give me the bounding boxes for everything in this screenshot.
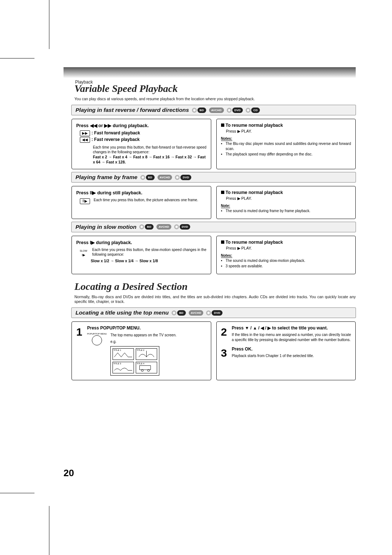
disc-icon bbox=[227, 108, 232, 113]
section-intro: Normally, Blu-ray discs and DVDs are div… bbox=[74, 295, 356, 304]
step-heading: Press POPUP/TOP MENU. bbox=[87, 325, 141, 331]
instruction-box-left: Press II▶ during still playback. II▶ Eac… bbox=[72, 186, 211, 219]
title-tile: TITLE 2 bbox=[136, 348, 157, 360]
page-number: 20 bbox=[64, 467, 74, 479]
instruction-box-left: Press ◀◀ or ▶▶ during playback. ▶▶: Fast… bbox=[72, 119, 211, 169]
note-item: The sound is muted during frame by frame… bbox=[226, 208, 351, 214]
crop-mark bbox=[0, 493, 34, 493]
instruction-box-right: To resume normal playback Press ▶ PLAY. … bbox=[216, 236, 356, 274]
instruction-box-left: Press I▶ during playback. SLOW I▶ Each t… bbox=[72, 236, 211, 274]
disc-icon bbox=[140, 175, 145, 180]
subsection-title: Playing frame by frame bbox=[75, 174, 138, 181]
title-grid-example: TITLE 1 TITLE 2 TITLE 3 TITLE 4 bbox=[110, 346, 159, 376]
instruction-box-right: To resume normal playback Press ▶ PLAY. … bbox=[216, 186, 356, 219]
badge-cd: CD bbox=[251, 108, 260, 113]
speed-sequence: Fast x 2 → Fast x 4 → Fast x 8 → Fast x … bbox=[93, 154, 207, 165]
resume-heading: To resume normal playback bbox=[226, 123, 283, 128]
subsection-title: Locating a title using the top menu bbox=[75, 309, 169, 316]
notes-heading: Notes: bbox=[221, 254, 232, 258]
resume-heading: To resume normal playback bbox=[226, 190, 283, 195]
popup-button-diagram: POPUP/TOP MENU bbox=[87, 333, 107, 376]
crop-mark bbox=[49, 0, 49, 49]
note-item: The playback speed may differ depending … bbox=[226, 152, 351, 157]
badge-dvd: DVD bbox=[232, 108, 243, 113]
fr-label: : Fast reverse playback bbox=[91, 137, 140, 142]
step-box-right: 2 Press ▼ / ▲ / ◀ / ▶ to select the titl… bbox=[216, 321, 356, 380]
press-heading: Press II▶ during still playback. bbox=[76, 190, 207, 195]
badge-bd: BD bbox=[197, 108, 206, 113]
step-desc: The top menu appears on the TV screen. bbox=[110, 333, 206, 338]
subsection-bar-topmenu: Locating a title using the top menu BD A… bbox=[72, 308, 356, 318]
section-title-locating: Locating a Desired Section bbox=[64, 281, 356, 292]
disc-icon bbox=[246, 108, 250, 113]
press-heading: Press ◀◀ or ▶▶ during playback. bbox=[76, 123, 207, 128]
resume-body: Press ▶ PLAY. bbox=[226, 246, 351, 251]
title-tile: TITLE 1 bbox=[113, 348, 134, 360]
fast-forward-icon: ▶▶ bbox=[80, 130, 90, 136]
badge-bd: BD bbox=[177, 310, 186, 316]
subsection-bar-frame: Playing frame by frame BD AVCHD DVD bbox=[72, 172, 356, 182]
step-number: 1 bbox=[76, 325, 84, 376]
ff-label: : Fast forward playback bbox=[91, 130, 140, 135]
step-number: 3 bbox=[221, 347, 229, 358]
bullet-square-icon bbox=[221, 240, 224, 244]
step-desc: Playback starts from Chapter 1 of the se… bbox=[232, 353, 351, 358]
resume-heading: To resume normal playback bbox=[226, 240, 283, 245]
notes-heading: Note: bbox=[221, 204, 230, 208]
section-intro: You can play discs at various speeds, an… bbox=[74, 97, 356, 101]
subsection-title: Playing in fast reverse / forward direct… bbox=[75, 107, 189, 113]
badge-avchd: AVCHD bbox=[189, 310, 204, 316]
svg-rect-1 bbox=[140, 366, 151, 370]
title-tile: TITLE 4 bbox=[136, 362, 157, 373]
slow-sequence: Slow x 1/2 → Slow x 1/4 → Slow x 1/8 bbox=[91, 259, 207, 263]
press-heading: Press I▶ during playback. bbox=[76, 240, 207, 245]
badge-avchd: AVCHD bbox=[158, 175, 172, 180]
note-item: The Blu-ray disc player mutes sound and … bbox=[226, 141, 351, 151]
note-item: The sound is muted during slow-motion pl… bbox=[226, 258, 351, 263]
badge-avchd: AVCHD bbox=[209, 108, 224, 113]
disc-icon bbox=[139, 224, 144, 229]
step-desc: If the titles in the top menu are assign… bbox=[232, 332, 351, 342]
instruction-box-right: To resume normal playback Press ▶ PLAY. … bbox=[216, 119, 356, 169]
resume-body: Press ▶ PLAY. bbox=[226, 129, 351, 134]
step-box-left: 1 Press POPUP/TOP MENU. POPUP/TOP MENU T… bbox=[72, 321, 211, 380]
frame-desc: Each time you press this button, the pic… bbox=[94, 198, 198, 203]
disc-icon bbox=[174, 224, 179, 229]
section-tab-band: Playback bbox=[64, 67, 356, 78]
note-item: 3 speeds are available. bbox=[226, 264, 351, 269]
bullet-square-icon bbox=[221, 123, 224, 127]
resume-body: Press ▶ PLAY. bbox=[226, 196, 351, 201]
crop-mark bbox=[49, 506, 49, 555]
title-tile: TITLE 3 bbox=[113, 362, 134, 373]
manual-page: Playback Variable Speed Playback You can… bbox=[0, 0, 392, 555]
notes-heading: Notes: bbox=[221, 137, 232, 141]
disc-icon bbox=[192, 108, 197, 113]
bullet-square-icon bbox=[221, 191, 224, 194]
slow-desc: Each time you press this button, the slo… bbox=[92, 247, 207, 257]
subsection-bar-slow: Playing in slow motion BD AVCHD DVD bbox=[72, 222, 356, 232]
disc-icon bbox=[175, 175, 180, 180]
speed-desc: Each time you press this button, the fas… bbox=[93, 145, 207, 154]
badge-bd: BD bbox=[146, 175, 155, 180]
slow-motion-icon: SLOW I▶ bbox=[78, 248, 89, 257]
badge-dvd: DVD bbox=[180, 224, 191, 230]
badge-bd: BD bbox=[145, 224, 154, 230]
step-number: 2 bbox=[221, 325, 229, 342]
frame-advance-icon: II▶ bbox=[80, 198, 90, 204]
disc-icon bbox=[206, 311, 211, 315]
fast-reverse-icon: ◀◀ bbox=[80, 137, 90, 143]
subsection-title: Playing in slow motion bbox=[75, 224, 136, 230]
badge-dvd: DVD bbox=[180, 175, 191, 180]
step-heading: Press OK. bbox=[232, 347, 253, 352]
badge-avchd: AVCHD bbox=[156, 224, 171, 230]
step-heading: Press ▼ / ▲ / ◀ / ▶ to select the title … bbox=[232, 325, 328, 331]
eg-label: e.g. bbox=[110, 339, 206, 344]
disc-icon bbox=[172, 311, 176, 315]
badge-dvd: DVD bbox=[212, 310, 222, 316]
subsection-bar-fast: Playing in fast reverse / forward direct… bbox=[72, 105, 356, 115]
section-title-variable-speed: Variable Speed Playback bbox=[64, 83, 356, 94]
crop-mark bbox=[0, 58, 34, 58]
